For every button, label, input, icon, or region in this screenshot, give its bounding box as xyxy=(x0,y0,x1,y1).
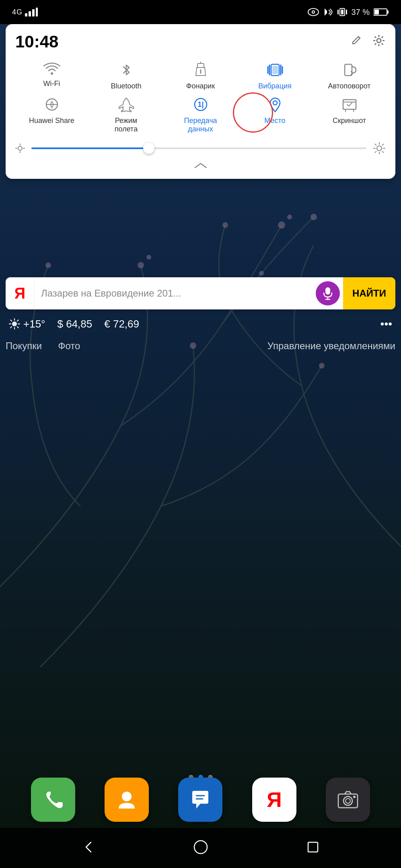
status-bar-left: 4G xyxy=(12,8,38,16)
svg-rect-59 xyxy=(325,287,330,295)
svg-rect-3 xyxy=(36,8,38,16)
nav-back-button[interactable] xyxy=(80,839,97,857)
qs-tiles-grid: Wi-Fi Bluetooth Фонарик xyxy=(15,61,386,134)
svg-rect-10 xyxy=(346,10,347,14)
svg-line-57 xyxy=(382,144,384,145)
tile-vibration[interactable]: Вибрация xyxy=(239,61,311,91)
status-bar-right: 37 % xyxy=(308,8,389,17)
battery-icon xyxy=(374,8,389,16)
svg-point-21 xyxy=(311,214,317,220)
notification-management[interactable]: Управление уведомлениями xyxy=(267,340,395,352)
svg-rect-32 xyxy=(272,66,278,74)
brightness-track[interactable] xyxy=(31,147,366,149)
tile-huawei-share[interactable]: Huawei Share xyxy=(15,96,88,134)
svg-point-22 xyxy=(222,222,228,228)
svg-rect-8 xyxy=(341,10,343,14)
svg-point-50 xyxy=(377,146,382,151)
vibrate-status-icon xyxy=(337,8,347,16)
svg-rect-9 xyxy=(337,10,339,14)
svg-point-16 xyxy=(138,262,144,268)
dock-messages-app[interactable] xyxy=(178,778,222,822)
svg-line-58 xyxy=(375,151,376,152)
photos-link[interactable]: Фото xyxy=(58,340,80,352)
svg-rect-1 xyxy=(29,11,31,16)
svg-rect-12 xyxy=(387,10,389,14)
yandex-mic-button[interactable] xyxy=(316,281,340,305)
tile-flashlight[interactable]: Фонарик xyxy=(164,61,237,91)
svg-rect-43 xyxy=(343,100,356,109)
tile-bluetooth[interactable]: Bluetooth xyxy=(90,61,162,91)
svg-point-18 xyxy=(278,221,285,229)
tile-wifi[interactable]: Wi-Fi xyxy=(15,61,88,91)
settings-button[interactable] xyxy=(372,34,386,50)
brightness-slider[interactable] xyxy=(15,142,386,155)
brightness-fill xyxy=(31,147,149,149)
yandex-search-text[interactable]: Лазарев на Евровидение 201... xyxy=(35,288,316,299)
yandex-search-bar[interactable]: Я Лазарев на Евровидение 201... НАЙТИ xyxy=(6,277,395,309)
brightness-thumb[interactable] xyxy=(143,143,154,154)
edit-button[interactable] xyxy=(351,35,362,49)
tile-location[interactable]: Место xyxy=(239,96,311,134)
info-bar-menu[interactable]: ••• xyxy=(380,317,392,330)
svg-point-24 xyxy=(259,271,264,276)
svg-rect-2 xyxy=(32,9,35,16)
svg-point-19 xyxy=(287,215,292,219)
svg-line-55 xyxy=(375,144,376,145)
quick-settings-panel: 10:48 xyxy=(6,24,395,179)
svg-point-71 xyxy=(122,792,132,801)
tile-huawei-share-label: Huawei Share xyxy=(29,117,74,125)
brightness-min-icon xyxy=(15,143,25,153)
tile-wifi-label: Wi-Fi xyxy=(43,80,60,88)
dock-phone-app[interactable] xyxy=(31,778,75,822)
svg-rect-28 xyxy=(197,63,204,68)
collapse-button[interactable] xyxy=(15,161,386,172)
svg-point-27 xyxy=(51,72,53,75)
weather-info: +15° xyxy=(9,318,45,330)
sun-icon xyxy=(9,318,20,330)
svg-line-56 xyxy=(382,151,384,152)
eur-rate: € 72,69 xyxy=(104,318,139,330)
tile-screenshot[interactable]: Скриншот xyxy=(313,96,386,134)
svg-point-76 xyxy=(345,798,350,803)
nav-home-button[interactable] xyxy=(193,839,209,857)
svg-point-20 xyxy=(45,262,51,268)
svg-point-77 xyxy=(353,796,356,798)
svg-line-67 xyxy=(10,320,12,321)
tile-location-label: Место xyxy=(264,117,285,125)
dock-yandex-app[interactable]: Я xyxy=(252,778,296,822)
tile-airplane[interactable]: Режимполета xyxy=(90,96,162,134)
temperature: +15° xyxy=(23,318,45,330)
nfc-icon xyxy=(323,8,333,16)
qs-time: 10:48 xyxy=(15,32,58,51)
svg-line-70 xyxy=(10,327,12,328)
tile-vibration-label: Вибрация xyxy=(258,82,292,91)
nav-recent-button[interactable] xyxy=(305,839,321,857)
status-bar: 4G 37 % xyxy=(0,0,401,24)
dock: Я xyxy=(0,772,401,828)
svg-rect-13 xyxy=(374,10,379,14)
svg-line-69 xyxy=(17,320,19,321)
dock-camera-app[interactable] xyxy=(326,778,370,822)
yandex-find-button[interactable]: НАЙТИ xyxy=(343,277,395,309)
tile-data-transfer-label: Передачаданных xyxy=(184,117,217,134)
dock-contacts-app[interactable] xyxy=(105,778,149,822)
svg-line-68 xyxy=(17,327,19,328)
tile-screenshot-label: Скриншот xyxy=(333,117,366,125)
purchases-link[interactable]: Покупки xyxy=(6,340,42,352)
eye-icon xyxy=(308,8,319,16)
tile-autorotate-label: Автоповорот xyxy=(328,82,370,91)
tile-bluetooth-label: Bluetooth xyxy=(111,82,141,91)
tile-data-transfer[interactable]: 1| Передачаданных xyxy=(164,96,237,134)
tile-autorotate[interactable]: Автоповорот xyxy=(313,61,386,91)
qs-header: 10:48 xyxy=(15,32,386,51)
brightness-max-icon xyxy=(373,142,386,155)
svg-point-25 xyxy=(319,363,325,368)
svg-point-17 xyxy=(146,255,151,260)
svg-point-78 xyxy=(194,841,207,854)
nav-bar xyxy=(0,828,401,868)
svg-point-42 xyxy=(273,101,277,105)
signal-icon xyxy=(25,8,38,16)
network-type: 4G xyxy=(12,8,23,16)
usd-rate: $ 64,85 xyxy=(58,318,93,330)
svg-point-62 xyxy=(12,321,17,326)
